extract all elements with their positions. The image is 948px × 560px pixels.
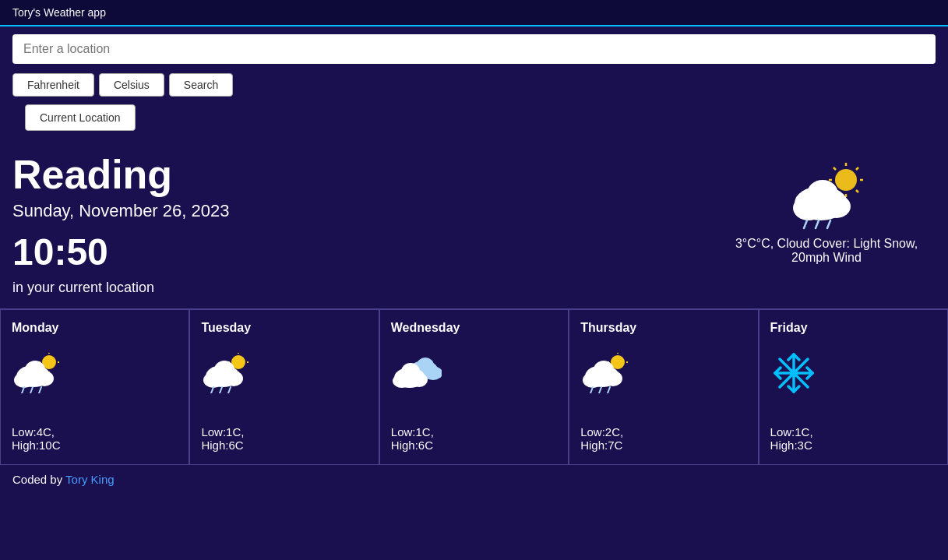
forecast-icon-wednesday bbox=[391, 346, 442, 400]
forecast-day-thursday: Thursday bbox=[580, 321, 636, 335]
svg-line-6 bbox=[856, 190, 858, 192]
svg-point-36 bbox=[214, 361, 234, 379]
search-input[interactable] bbox=[12, 34, 936, 64]
svg-line-58 bbox=[608, 387, 610, 393]
location-label: in your current location bbox=[12, 280, 229, 296]
current-weather-icon bbox=[717, 159, 936, 237]
forecast-day-tuesday: Tuesday bbox=[201, 321, 251, 335]
city-name: Reading bbox=[12, 151, 229, 198]
svg-line-26 bbox=[30, 387, 33, 393]
forecast-icon-monday bbox=[12, 346, 62, 400]
forecast-icon-thursday bbox=[580, 346, 631, 400]
svg-line-37 bbox=[211, 387, 213, 393]
author-link[interactable]: Tory King bbox=[65, 473, 115, 486]
svg-line-38 bbox=[220, 387, 222, 393]
svg-line-57 bbox=[599, 387, 601, 393]
forecast-temps-thursday: Low:2C, High:7C bbox=[580, 425, 623, 452]
svg-line-7 bbox=[856, 167, 858, 170]
unit-button-row: Fahrenheit Celsius Search bbox=[0, 69, 948, 104]
svg-line-13 bbox=[804, 220, 807, 228]
svg-point-46 bbox=[401, 363, 420, 380]
fahrenheit-button[interactable]: Fahrenheit bbox=[12, 73, 94, 97]
svg-line-56 bbox=[590, 387, 593, 393]
forecast-temps-friday: Low:1C, High:3C bbox=[770, 425, 813, 452]
forecast-tuesday: Tuesday Low:1C, High:6C bbox=[189, 309, 379, 465]
main-content: Reading Sunday, November 26, 2023 10:50 … bbox=[0, 143, 948, 296]
search-button[interactable]: Search bbox=[169, 73, 233, 97]
svg-point-71 bbox=[790, 369, 798, 377]
svg-line-27 bbox=[39, 387, 41, 393]
forecast-temps-wednesday: Low:1C, High:6C bbox=[391, 425, 434, 452]
forecast-icon-friday bbox=[770, 346, 817, 400]
footer: Coded by Tory King bbox=[0, 465, 948, 494]
forecast-day-monday: Monday bbox=[12, 321, 58, 335]
current-weather-info: 3°C°C, Cloud Cover: Light Snow, 20mph Wi… bbox=[717, 151, 936, 265]
forecast-thursday: Thursday Low:2C, High:7C bbox=[569, 309, 758, 465]
search-area bbox=[0, 26, 948, 69]
footer-text: Coded by bbox=[12, 473, 65, 486]
forecast-grid: Monday Low:4C, High:10C Tuesday bbox=[0, 308, 948, 465]
left-info: Reading Sunday, November 26, 2023 10:50 … bbox=[12, 151, 229, 296]
forecast-temps-tuesday: Low:1C, High:6C bbox=[201, 425, 244, 452]
svg-point-24 bbox=[25, 361, 45, 379]
forecast-day-wednesday: Wednesday bbox=[391, 321, 460, 335]
forecast-icon-tuesday bbox=[201, 346, 252, 400]
svg-line-5 bbox=[833, 167, 836, 170]
svg-point-12 bbox=[807, 180, 838, 208]
forecast-temps-monday: Low:4C, High:10C bbox=[12, 425, 61, 452]
app-title-bar: Tory's Weather app bbox=[0, 0, 948, 26]
current-location-button[interactable]: Current Location bbox=[25, 104, 136, 131]
current-date: Sunday, November 26, 2023 bbox=[12, 201, 229, 221]
app-title: Tory's Weather app bbox=[12, 6, 106, 19]
svg-line-14 bbox=[816, 220, 819, 228]
celsius-button[interactable]: Celsius bbox=[99, 73, 164, 97]
svg-line-39 bbox=[228, 387, 231, 393]
forecast-monday: Monday Low:4C, High:10C bbox=[0, 309, 189, 465]
svg-line-25 bbox=[22, 387, 24, 393]
forecast-friday: Friday bbox=[759, 309, 948, 465]
svg-point-55 bbox=[594, 361, 614, 379]
forecast-day-friday: Friday bbox=[770, 321, 808, 335]
current-time: 10:50 bbox=[12, 231, 229, 273]
svg-line-15 bbox=[827, 220, 830, 228]
svg-point-0 bbox=[835, 169, 857, 191]
weather-description: 3°C°C, Cloud Cover: Light Snow, 20mph Wi… bbox=[717, 237, 936, 265]
forecast-wednesday: Wednesday Low:1C, High:6C bbox=[379, 309, 569, 465]
